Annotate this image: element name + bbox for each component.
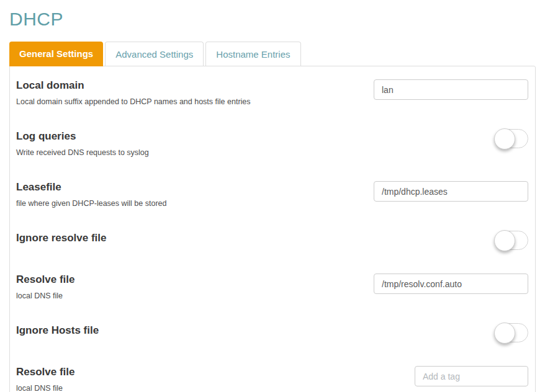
- field-text-group: Ignore resolve file: [16, 232, 107, 244]
- resolve-file-tag-input[interactable]: [415, 366, 528, 386]
- field-text-group: Ignore Hosts file: [16, 324, 99, 337]
- tab-advanced-settings[interactable]: Advanced Settings: [105, 42, 204, 66]
- field-text-group: Local domain Local domain suffix appende…: [16, 79, 251, 107]
- general-settings-panel: Local domain Local domain suffix appende…: [9, 66, 536, 392]
- field-text-group: Resolve file local DNS file: [16, 366, 75, 392]
- tab-hostname-entries[interactable]: Hostname Entries: [205, 42, 300, 66]
- field-description: Local domain suffix appended to DHCP nam…: [16, 97, 251, 107]
- form-row-local-domain: Local domain Local domain suffix appende…: [10, 66, 535, 117]
- local-domain-input[interactable]: [374, 79, 528, 100]
- field-label: Resolve file: [16, 366, 75, 378]
- field-label: Resolve file: [16, 274, 75, 286]
- dhcp-settings-page: DHCP General Settings Advanced Settings …: [0, 9, 545, 392]
- leasefile-input[interactable]: [374, 181, 528, 202]
- field-label: Ignore Hosts file: [16, 324, 99, 337]
- ignore-hosts-file-toggle[interactable]: [495, 323, 528, 342]
- field-text-group: Log queries Write received DNS requests …: [16, 130, 149, 158]
- form-row-ignore-resolve-file: Ignore resolve file: [10, 219, 535, 261]
- field-label: Local domain: [16, 79, 251, 92]
- field-description: local DNS file: [16, 292, 75, 301]
- field-label: Leasefile: [16, 181, 166, 194]
- field-text-group: Resolve file local DNS file: [16, 274, 75, 301]
- tab-general-settings[interactable]: General Settings: [9, 42, 103, 66]
- resolve-file-input[interactable]: [374, 274, 528, 294]
- ignore-resolve-file-toggle[interactable]: [495, 231, 528, 250]
- field-description: local DNS file: [16, 384, 75, 392]
- settings-tab-bar: General Settings Advanced Settings Hostn…: [9, 42, 536, 66]
- log-queries-toggle[interactable]: [495, 129, 528, 148]
- toggle-knob: [494, 323, 515, 344]
- form-row-ignore-hosts-file: Ignore Hosts file: [10, 311, 535, 353]
- field-text-group: Leasefile file where given DHCP-leases w…: [16, 181, 166, 208]
- toggle-knob: [494, 128, 515, 149]
- toggle-knob: [494, 230, 515, 251]
- field-description: file where given DHCP-leases will be sto…: [16, 199, 166, 208]
- field-description: Write received DNS requests to syslog: [16, 148, 149, 158]
- form-row-leasefile: Leasefile file where given DHCP-leases w…: [10, 168, 535, 219]
- page-title: DHCP: [9, 9, 536, 30]
- form-row-resolve-file-tag: Resolve file local DNS file: [10, 353, 535, 392]
- field-label: Ignore resolve file: [16, 232, 107, 244]
- form-row-resolve-file: Resolve file local DNS file: [10, 261, 535, 311]
- field-label: Log queries: [16, 130, 149, 143]
- form-row-log-queries: Log queries Write received DNS requests …: [10, 117, 535, 168]
